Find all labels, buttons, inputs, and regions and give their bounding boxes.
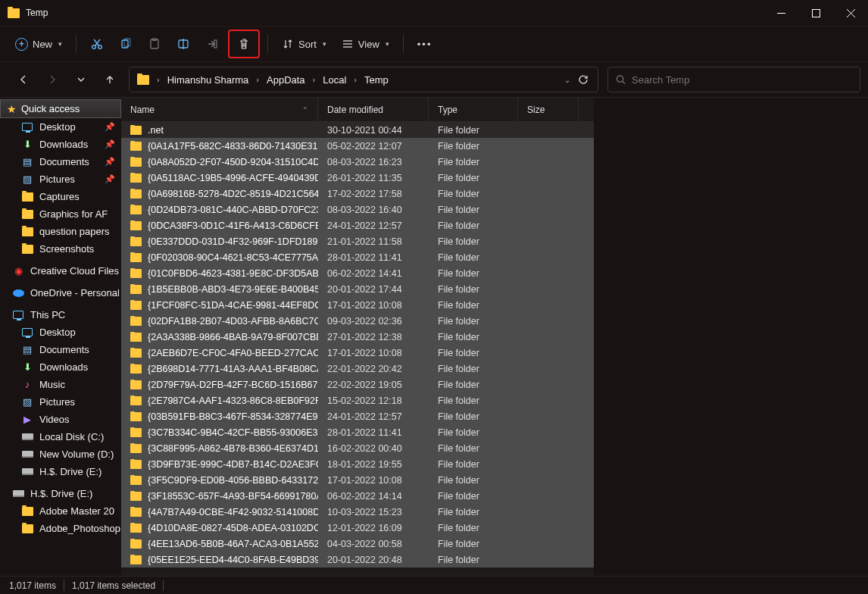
file-row[interactable]: {02DFA1B8-2B07-4D03-AFBB-8A6BC7C0...09-0… [121, 313, 594, 329]
file-row[interactable]: {0D24DB73-081C-440C-ABBD-D70FC2371...08-… [121, 202, 594, 217]
up-button[interactable] [100, 68, 120, 91]
copy-button[interactable] [113, 31, 139, 57]
file-name: {3F5C9DF9-ED0B-4056-BBBD-64331725E5... [148, 475, 318, 486]
file-row[interactable]: {4EE13AD6-5B0B-46A7-ACA3-0B1A55237...04-… [121, 536, 594, 552]
forward-button[interactable] [42, 68, 62, 91]
back-button[interactable] [14, 68, 33, 91]
sidebar-thispc[interactable]: This PC [0, 306, 121, 324]
header-size[interactable]: Size [518, 98, 579, 121]
sidebar-documents2[interactable]: ▤Documents [0, 341, 121, 358]
file-row[interactable]: {3C88F995-A862-4B78-B360-4E6374D143...16… [121, 440, 594, 456]
delete-button[interactable] [231, 33, 257, 55]
file-row[interactable]: {01C0FBD6-4623-4381-9E8C-DF3D5ABF8...06-… [121, 265, 594, 281]
file-row[interactable]: {0F020308-90C4-4621-8C53-4CE7775A6A...28… [121, 249, 594, 265]
sidebar-pictures[interactable]: ▨Pictures📌 [0, 170, 121, 188]
quick-access[interactable]: ★Quick access [0, 99, 121, 118]
file-row[interactable]: {03B591FB-B8C3-467F-8534-328774E9BD...24… [121, 408, 594, 424]
file-date: 20-01-2022 17:44 [318, 284, 429, 295]
sidebar-graphics[interactable]: Graphics for AF [0, 205, 121, 223]
sidebar-downloads[interactable]: ⬇Downloads📌 [0, 136, 121, 153]
minimize-button[interactable] [763, 0, 798, 26]
chevron-right-icon[interactable]: › [254, 75, 261, 84]
sidebar-am[interactable]: Adobe Master 20 [0, 502, 121, 520]
sidebar-captures[interactable]: Captures [0, 188, 121, 205]
file-row[interactable]: {05EE1E25-EED4-44C0-8FAB-E49BD39420...20… [121, 552, 594, 567]
search-box[interactable] [607, 67, 860, 92]
sidebar-localc[interactable]: Local Disk (C:) [0, 428, 121, 446]
folder-icon [130, 476, 142, 485]
file-row[interactable]: {4D10DA8E-0827-45D8-ADEA-03102DC2...12-0… [121, 520, 594, 536]
sidebar-desktop[interactable]: Desktop📌 [0, 118, 121, 136]
sidebar-videos[interactable]: ▶Videos [0, 411, 121, 428]
file-type: File folder [429, 523, 518, 533]
file-row[interactable]: {4A7B7A49-0CBE-4F42-9032-5141008D4D...10… [121, 504, 594, 520]
address-bar[interactable]: › Himanshu Sharma › AppData › Local › Te… [129, 67, 598, 92]
desktop-icon [22, 123, 33, 131]
sidebar-onedrive[interactable]: OneDrive - Personal [0, 284, 121, 302]
file-row[interactable]: {0A1A17F5-682C-4833-86D0-71430E31EF...05… [121, 138, 594, 154]
sidebar-documents[interactable]: ▤Documents📌 [0, 153, 121, 170]
folder-icon [130, 285, 142, 294]
chevron-right-icon[interactable]: › [352, 75, 358, 84]
file-row[interactable]: {2B698D14-7771-41A3-AAA1-BF4B08CA0...22-… [121, 361, 594, 377]
rows-container[interactable]: .net30-10-2021 00:44File folder{0A1A17F5… [121, 122, 594, 576]
breadcrumb-appdata[interactable]: AppData [264, 71, 308, 89]
header-type[interactable]: Type [429, 98, 518, 121]
file-row[interactable]: {0A5118AC-19B5-4996-ACFE-4940439D9...26-… [121, 170, 594, 186]
sort-button[interactable]: Sort ▾ [276, 31, 333, 57]
sidebar-downloads2[interactable]: ⬇Downloads [0, 358, 121, 376]
sidebar-ap[interactable]: Adobe_Photoshop [0, 520, 121, 537]
breadcrumb-local[interactable]: Local [320, 71, 349, 89]
sidebar-hse2[interactable]: H.$. Drive (E:) [0, 485, 121, 502]
file-row[interactable]: {3F18553C-657F-4A93-BF54-66991780AE6...0… [121, 488, 594, 504]
file-row[interactable]: {3D9FB73E-999C-4DB7-B14C-D2AE3FC7A...18-… [121, 456, 594, 472]
maximize-button[interactable] [798, 0, 833, 26]
file-row[interactable]: .net30-10-2021 00:44File folder [121, 122, 594, 138]
file-row[interactable]: {2A3A338B-9866-4BAB-9A79-8F007CBD8...27-… [121, 329, 594, 345]
sidebar-screenshots[interactable]: Screenshots [0, 240, 121, 258]
file-row[interactable]: {0DCA38F3-0D1C-41F6-A413-C6D6CFB4...24-0… [121, 217, 594, 233]
more-button[interactable]: ••• [411, 31, 439, 57]
rename-button[interactable] [170, 31, 196, 57]
folder-icon [22, 245, 33, 254]
file-row[interactable]: {0A8A052D-2F07-450D-9204-31510C4DA...08-… [121, 154, 594, 170]
search-input[interactable] [632, 74, 852, 86]
file-row[interactable]: {1FCF08FC-51DA-4CAE-9981-44EF8DCA5...17-… [121, 297, 594, 313]
new-button[interactable]: + New ▾ [9, 31, 68, 57]
sidebar-music[interactable]: ♪Music [0, 376, 121, 393]
refresh-icon[interactable] [578, 74, 589, 85]
sidebar-hse[interactable]: H.$. Drive (E:) [0, 463, 121, 480]
folder-icon [130, 396, 142, 405]
file-row[interactable]: {0A69816B-5278-4D2C-8519-4D21C5646B...17… [121, 186, 594, 202]
sidebar-qp[interactable]: question papers [0, 223, 121, 240]
file-row[interactable]: {0E337DDD-031D-4F32-969F-1DFD18996...21-… [121, 233, 594, 249]
breadcrumb-temp[interactable]: Temp [361, 71, 392, 89]
chevron-right-icon[interactable]: › [155, 75, 161, 84]
view-button[interactable]: View ▾ [336, 31, 395, 57]
sidebar-newvol[interactable]: New Volume (D:) [0, 446, 121, 463]
paste-button[interactable] [142, 31, 167, 57]
file-row[interactable]: {1B5EBB0B-ABD3-4E73-9E6E-B400B45B1...20-… [121, 281, 594, 297]
share-button[interactable] [199, 31, 225, 57]
chevron-right-icon[interactable]: › [311, 75, 317, 84]
sidebar[interactable]: ★Quick access Desktop📌 ⬇Downloads📌 ▤Docu… [0, 98, 121, 576]
header-name[interactable]: Name⌃ [121, 98, 318, 121]
file-row[interactable]: {3C7B334C-9B4C-42CF-BB55-93006E3E9...28-… [121, 424, 594, 440]
recent-button[interactable] [71, 68, 91, 91]
chevron-down-icon[interactable]: ⌄ [564, 76, 570, 84]
file-name: {03B591FB-B8C3-467F-8534-328774E9BD... [148, 411, 318, 422]
file-row[interactable]: {2D79F79A-D2FB-42F7-BC6D-1516B6710...22-… [121, 377, 594, 392]
file-row[interactable]: {2E7987C4-AAF1-4323-86C8-8EB0F92F23...15… [121, 392, 594, 408]
sidebar-ccf[interactable]: ◉Creative Cloud Files [0, 262, 121, 280]
cut-button[interactable] [84, 31, 110, 57]
close-button[interactable] [833, 0, 868, 26]
file-row[interactable]: {2AEB6D7E-CF0C-4FA0-BEED-277CAC5E3...17-… [121, 345, 594, 361]
file-row[interactable]: {3F5C9DF9-ED0B-4056-BBBD-64331725E5...17… [121, 472, 594, 488]
sidebar-pictures2[interactable]: ▨Pictures [0, 393, 121, 411]
chevron-down-icon: ▾ [386, 40, 389, 48]
header-date[interactable]: Date modified [318, 98, 429, 121]
sidebar-desktop2[interactable]: Desktop [0, 324, 121, 341]
file-date: 06-02-2022 14:14 [318, 491, 429, 502]
breadcrumb-user[interactable]: Himanshu Sharma [164, 71, 252, 89]
file-date: 27-01-2022 12:38 [318, 332, 429, 342]
